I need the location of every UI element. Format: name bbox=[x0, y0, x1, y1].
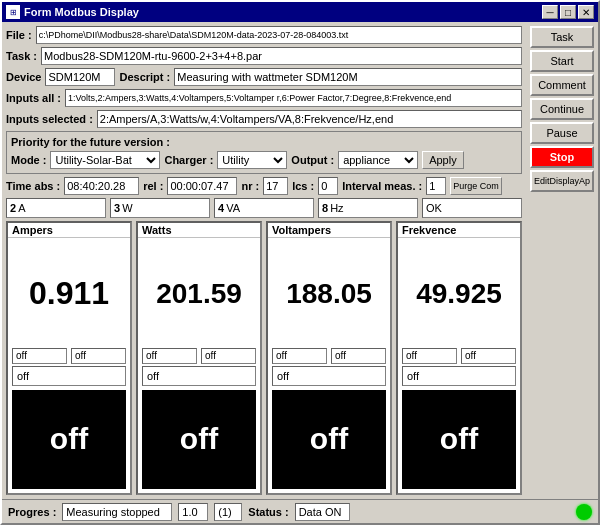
voltampers-off3: off bbox=[272, 366, 386, 386]
mode-label: Mode : bbox=[11, 154, 46, 166]
frekvence-big: off bbox=[402, 390, 516, 490]
voltampers-card: Voltampers 188.05 off off off off bbox=[266, 221, 392, 495]
voltampers-off-row: off off bbox=[268, 346, 390, 366]
channel-4: 4 VA bbox=[214, 198, 314, 218]
watts-off1: off bbox=[142, 348, 197, 364]
edit-display-button[interactable]: EditDisplayAp bbox=[530, 170, 594, 192]
title-bar: ⊞ Form Modbus Display ─ □ ✕ bbox=[2, 2, 598, 22]
apply-button[interactable]: Apply bbox=[422, 151, 464, 169]
watts-off2: off bbox=[201, 348, 256, 364]
voltampers-off1: off bbox=[272, 348, 327, 364]
progres-value3[interactable] bbox=[214, 503, 242, 521]
charger-select[interactable]: Utility bbox=[217, 151, 287, 169]
maximize-button[interactable]: □ bbox=[560, 5, 576, 19]
file-input[interactable] bbox=[36, 26, 522, 44]
frekvence-off2: off bbox=[461, 348, 516, 364]
frekvence-off3: off bbox=[402, 366, 516, 386]
progres-value2[interactable] bbox=[178, 503, 208, 521]
ampers-off2: off bbox=[71, 348, 126, 364]
file-row: File : bbox=[6, 26, 522, 44]
device-input[interactable] bbox=[45, 68, 115, 86]
channel-ok: OK bbox=[422, 198, 522, 218]
voltampers-big: off bbox=[272, 390, 386, 490]
frekvence-off-row: off off bbox=[398, 346, 520, 366]
pause-button[interactable]: Pause bbox=[530, 122, 594, 144]
frekvence-value: 49.925 bbox=[398, 238, 520, 346]
nr-label: nr : bbox=[241, 180, 259, 192]
status-input[interactable] bbox=[295, 503, 350, 521]
mode-select[interactable]: Utility-Solar-Bat bbox=[50, 151, 160, 169]
window-icon: ⊞ bbox=[6, 5, 20, 19]
interval-label: Interval meas. : bbox=[342, 180, 422, 192]
rel-input[interactable] bbox=[167, 177, 237, 195]
inputs-selected-input[interactable] bbox=[97, 110, 522, 128]
watts-off3: off bbox=[142, 366, 256, 386]
channel-3: 3 W bbox=[110, 198, 210, 218]
voltampers-value: 188.05 bbox=[268, 238, 390, 346]
stop-button[interactable]: Stop bbox=[530, 146, 594, 168]
priority-title: Priority for the future version : bbox=[11, 136, 170, 148]
priority-controls: Mode : Utility-Solar-Bat Charger : Utili… bbox=[11, 151, 517, 169]
descript-input[interactable] bbox=[174, 68, 522, 86]
charger-label: Charger : bbox=[164, 154, 213, 166]
purge-button[interactable]: Purge Com bbox=[450, 177, 502, 195]
ampers-off-row: off off bbox=[8, 346, 130, 366]
continue-button[interactable]: Continue bbox=[530, 98, 594, 120]
time-abs-input[interactable] bbox=[64, 177, 139, 195]
voltampers-off2: off bbox=[331, 348, 386, 364]
lcs-label: lcs : bbox=[292, 180, 314, 192]
time-abs-label: Time abs : bbox=[6, 180, 60, 192]
voltampers-title: Voltampers bbox=[268, 223, 390, 238]
ampers-off1: off bbox=[12, 348, 67, 364]
frekvence-card: Frekvence 49.925 off off off off bbox=[396, 221, 522, 495]
task-label: Task : bbox=[6, 50, 37, 62]
inputs-all-input[interactable] bbox=[65, 89, 522, 107]
priority-box: Priority for the future version : Mode :… bbox=[6, 131, 522, 174]
status-label: Status : bbox=[248, 506, 288, 518]
title-buttons: ─ □ ✕ bbox=[542, 5, 594, 19]
file-label: File : bbox=[6, 29, 32, 41]
interval-input[interactable] bbox=[426, 177, 446, 195]
watts-title: Watts bbox=[138, 223, 260, 238]
sidebar: Task Start Comment Continue Pause Stop E… bbox=[526, 22, 598, 499]
nr-input[interactable] bbox=[263, 177, 288, 195]
progres-input[interactable] bbox=[62, 503, 172, 521]
title-bar-left: ⊞ Form Modbus Display bbox=[6, 5, 139, 19]
close-button[interactable]: ✕ bbox=[578, 5, 594, 19]
watts-value: 201.59 bbox=[138, 238, 260, 346]
start-button[interactable]: Start bbox=[530, 50, 594, 72]
priority-row: Priority for the future version : bbox=[11, 136, 517, 148]
rel-label: rel : bbox=[143, 180, 163, 192]
inputs-selected-row: Inputs selected : bbox=[6, 110, 522, 128]
status-indicator bbox=[576, 504, 592, 520]
output-label: Output : bbox=[291, 154, 334, 166]
channel-2: 2 A bbox=[6, 198, 106, 218]
device-label: Device bbox=[6, 71, 41, 83]
task-button[interactable]: Task bbox=[530, 26, 594, 48]
task-input[interactable] bbox=[41, 47, 522, 65]
channel-8: 8 Hz bbox=[318, 198, 418, 218]
time-row: Time abs : rel : nr : lcs : Interval mea… bbox=[6, 177, 522, 195]
ampers-big: off bbox=[12, 390, 126, 490]
frekvence-off1: off bbox=[402, 348, 457, 364]
comment-button[interactable]: Comment bbox=[530, 74, 594, 96]
minimize-button[interactable]: ─ bbox=[542, 5, 558, 19]
progres-label: Progres : bbox=[8, 506, 56, 518]
ampers-value: 0.911 bbox=[8, 238, 130, 346]
lcs-input[interactable] bbox=[318, 177, 338, 195]
inputs-all-row: Inputs all : bbox=[6, 89, 522, 107]
watts-off-row: off off bbox=[138, 346, 260, 366]
main-window: ⊞ Form Modbus Display ─ □ ✕ File : Task … bbox=[0, 0, 600, 525]
task-row: Task : bbox=[6, 47, 522, 65]
ampers-off3: off bbox=[12, 366, 126, 386]
watts-card: Watts 201.59 off off off off bbox=[136, 221, 262, 495]
ampers-title: Ampers bbox=[8, 223, 130, 238]
descript-label: Descript : bbox=[119, 71, 170, 83]
content-area: File : Task : Device Descript : Inputs a… bbox=[2, 22, 598, 499]
output-select[interactable]: appliance bbox=[338, 151, 418, 169]
frekvence-title: Frekvence bbox=[398, 223, 520, 238]
meter-section: Ampers 0.911 off off off off Watts 201.5… bbox=[6, 221, 522, 495]
inputs-all-label: Inputs all : bbox=[6, 92, 61, 104]
main-area: File : Task : Device Descript : Inputs a… bbox=[2, 22, 526, 499]
ampers-card: Ampers 0.911 off off off off bbox=[6, 221, 132, 495]
